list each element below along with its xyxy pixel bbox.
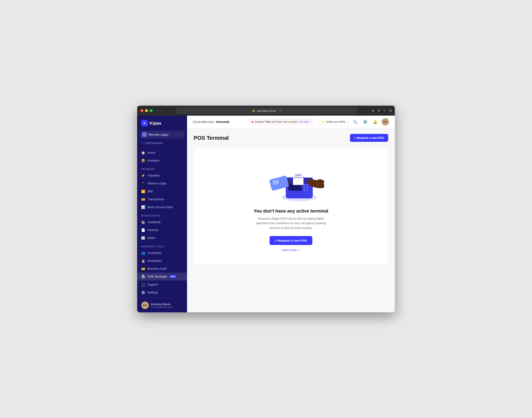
sidebar-logo: K Kippa [137,116,187,129]
page-title: POS Terminal [194,135,229,141]
kippa-icon: K [141,120,148,127]
sidebar-item-label: Debts [148,236,155,240]
forward-button[interactable]: › [160,109,161,112]
business-tools-section-label: BUSINESS TOOLS [137,242,187,249]
add-business-link[interactable]: + + Add business [137,140,187,147]
search-button[interactable]: 🔍 [352,118,359,125]
request-pos-main-button[interactable]: + Request a new POS [269,236,312,245]
inventory-icon: 📦 [141,159,145,163]
sidebar-item-label: Business Card [148,267,166,270]
logout-icon[interactable]: → [179,303,183,307]
minimize-button[interactable] [145,109,148,112]
download-icon[interactable]: ⬇ [372,109,375,113]
sidebar-item-debts[interactable]: 🔄 Debts [137,234,187,242]
verify-bvn-button[interactable]: ⚡ Verify your BVN [318,118,348,125]
url-text: app.kippa.africa [257,109,276,112]
sidebar-item-label: Employees [148,259,162,262]
browser-titlebar: ‹ › 🔒 app.kippa.africa ↺ ⬇ ⬆ ＋ ⧉ [137,106,395,116]
refresh-icon[interactable]: ↺ [279,109,281,112]
bank-success-icon: 📊 [141,205,145,209]
employees-icon: 🧑‍💼 [141,259,145,263]
page-header: POS Terminal + Request a new POS [194,134,388,142]
sidebar-item-label: Bills [148,190,153,193]
learn-more-link[interactable]: Learn more ↗ [282,248,300,252]
sidebar-item-airtime[interactable]: 📱 Airtime & Data [137,179,187,187]
sidebar-item-bills[interactable]: 📶 Bills [137,187,187,195]
sidebar: K Kippa 🌿 Skincare Lagos ⌄ + + Add busin… [137,116,187,312]
notifications-button[interactable]: 🔔 [372,118,379,125]
kippa-logo-text: Kippa [150,121,161,126]
support-icon: 🎧 [141,283,145,286]
browser-actions: ⬇ ⬆ ＋ ⧉ [372,109,391,113]
sidebar-item-invoices[interactable]: 📄 Invoices [137,226,187,234]
svg-point-6 [304,187,305,188]
business-card-icon: 💳 [141,267,145,271]
sidebar-item-support[interactable]: 🎧 Support [137,280,187,289]
business-name: 🌿 Skincare Lagos [142,132,168,137]
empty-state-description: Request a Kippa POS now to start accepti… [254,216,328,230]
avatar: KE [141,302,149,309]
sidebar-user: KE Kennedy Ekezie kennedy@kippa.africa → [137,298,187,312]
svg-point-4 [304,185,305,186]
sidebar-item-label: Bank Success Rate [148,206,173,209]
new-badge: NEW [169,275,177,278]
main-content: Good afternoon, Kennedy Product "Nike Ai… [187,116,395,312]
sidebar-item-inventory[interactable]: 📦 Inventory [137,157,187,164]
page-content: POS Terminal + Request a new POS [187,128,395,312]
header-avatar[interactable]: KE [382,118,389,126]
close-button[interactable] [141,109,143,112]
lock-icon: 🔒 [252,109,255,112]
sidebar-item-customers[interactable]: 👥 Customers [137,249,187,257]
sidebar-item-label: Transactions [148,197,164,201]
business-selector[interactable]: 🌿 Skincare Lagos ⌄ [140,131,185,139]
bookkeeping-section-label: BOOKKEEPING [137,211,187,218]
sidebar-nav: 🏠 Home 📦 Inventory PAYMENTS ⚡ Transfers … [137,147,187,298]
sidebar-item-employees[interactable]: 🧑‍💼 Employees [137,257,187,265]
chevron-down-icon: ⌄ [180,133,182,136]
greeting: Good afternoon, Kennedy [193,120,245,124]
svg-point-7 [307,187,308,188]
sidebar-item-business-card[interactable]: 💳 Business Card [137,265,187,273]
maximize-button[interactable] [150,109,153,112]
invoices-icon: 📄 [141,228,145,232]
browser-controls: ‹ › [157,109,161,112]
transactions-icon: 💳 [141,197,145,201]
new-tab-icon[interactable]: ＋ [383,109,386,113]
share-icon[interactable]: ⬆ [377,109,380,113]
customers-icon: 👥 [141,251,145,255]
sidebar-item-label: Transfers [148,174,160,177]
tabs-icon[interactable]: ⧉ [389,109,391,113]
sidebar-item-label: POS Terminals [148,275,167,278]
settings-button[interactable]: ⚙️ [362,118,369,125]
header-actions: 🔍 ⚙️ 🔔 KE [352,118,389,126]
sidebar-item-home[interactable]: 🏠 Home [137,149,187,157]
svg-point-8 [304,189,305,191]
svg-point-9 [307,189,308,191]
plus-icon: + [141,141,143,145]
app-header: Good afternoon, Kennedy Product "Nike Ai… [187,116,395,128]
empty-state: You don't have any active terminal Reque… [194,149,388,264]
sidebar-item-transactions[interactable]: 💳 Transactions [137,195,187,203]
sidebar-item-transfers[interactable]: ⚡ Transfers [137,172,187,179]
user-info: Kennedy Ekezie kennedy@kippa.africa [151,302,177,308]
sidebar-item-settings[interactable]: ⚙️ Settings [137,289,187,296]
sidebar-item-bank-success-rate[interactable]: 📊 Bank Success Rate [137,203,187,211]
user-name: Kennedy Ekezie [151,302,177,306]
sidebar-item-label: Invoices [148,228,158,232]
airtime-icon: 📱 [141,182,145,185]
sidebar-item-label: Support [148,283,158,286]
back-button[interactable]: ‹ [157,109,159,112]
sidebar-item-label: Airtime & Data [148,182,166,185]
sidebar-item-pos-terminals[interactable]: 🖨️ POS Terminals NEW [137,273,187,280]
address-bar[interactable]: 🔒 app.kippa.africa ↺ [177,107,357,114]
request-pos-header-button[interactable]: + Request a new POS [350,134,388,142]
business-icon: 🌿 [142,132,147,137]
fix-now-button[interactable]: Fix now → [299,120,312,123]
payments-section-label: PAYMENTS [137,164,187,172]
traffic-lights [141,109,153,112]
sidebar-item-cashbook[interactable]: 📚 Cashbook [137,218,187,226]
verify-icon: ⚡ [321,120,325,124]
user-email: kennedy@kippa.africa [151,306,177,308]
pos-illustration [258,157,324,203]
sidebar-item-label: Inventory [148,159,160,162]
